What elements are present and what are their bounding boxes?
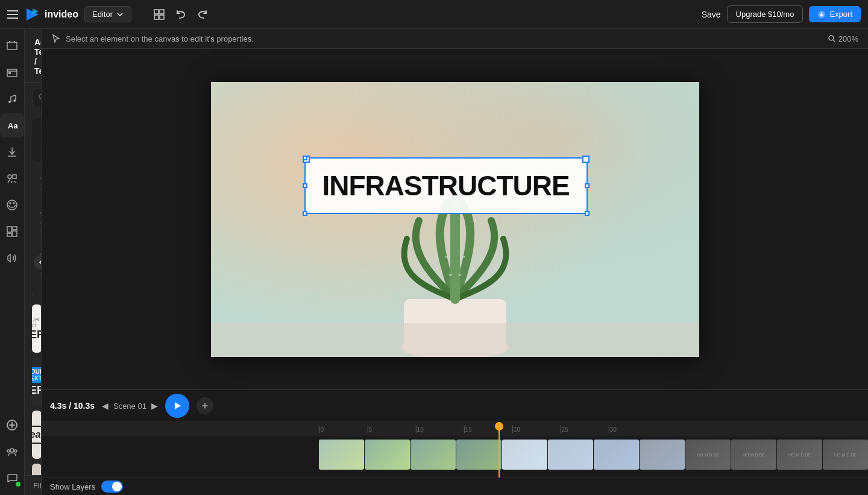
clip-gray-2[interactable]: HO M D DE bbox=[731, 440, 776, 470]
sidebar-item-elements[interactable] bbox=[0, 166, 24, 191]
template-item-5[interactable]: Yeah! bbox=[32, 411, 41, 459]
dashboard-icon bbox=[6, 225, 18, 238]
redo-button[interactable] bbox=[194, 6, 211, 23]
editor-label: Editor bbox=[92, 10, 113, 19]
filters-label: Filters bbox=[33, 481, 42, 490]
clip-4[interactable] bbox=[456, 440, 502, 470]
export-button[interactable]: Export bbox=[809, 6, 861, 22]
handle-mr[interactable] bbox=[585, 183, 590, 188]
sidebar-item-reactions[interactable] bbox=[0, 193, 24, 217]
undo-button[interactable] bbox=[172, 6, 189, 23]
canvas-background bbox=[211, 82, 699, 357]
ruler-mark-0: |0 bbox=[319, 426, 367, 433]
sidebar-item-media[interactable] bbox=[0, 60, 24, 84]
panel-title: Add Text / Textbox bbox=[34, 37, 42, 76]
clip-8[interactable] bbox=[640, 440, 685, 470]
ruler-mark-20: |20 bbox=[512, 426, 560, 433]
cursor-icon bbox=[51, 34, 61, 43]
logo-text: invideo bbox=[45, 9, 78, 20]
topbar-left: invideo Editor bbox=[7, 6, 131, 23]
background-svg bbox=[211, 82, 699, 357]
svg-point-33 bbox=[445, 256, 447, 257]
clip-6[interactable] bbox=[548, 440, 593, 470]
clip-5[interactable] bbox=[502, 440, 547, 470]
zoom-level: 200% bbox=[828, 34, 858, 43]
handle-bl[interactable] bbox=[303, 211, 307, 216]
template-grid: YOUR TEXT HERE YOU CAN DO THIS YOUR TEXT… bbox=[25, 300, 41, 475]
template-item-1[interactable]: YOUR TEXT HERE bbox=[32, 304, 41, 353]
tpl5-text: Yeah! bbox=[32, 426, 41, 444]
add-clip-icon bbox=[201, 402, 209, 409]
canvas-text-content[interactable]: INFRASTRUCTURE bbox=[322, 169, 570, 202]
sidebar-item-text[interactable]: Aa bbox=[0, 113, 24, 137]
scene-nav: ◀ Scene 01 ▶ bbox=[102, 401, 158, 411]
sidebar-item-add[interactable] bbox=[0, 413, 24, 437]
panel-header: Add Text / Textbox bbox=[25, 29, 42, 83]
chat-icon bbox=[6, 472, 18, 484]
time-current: 4.3s bbox=[50, 401, 66, 411]
svg-point-9 bbox=[9, 72, 11, 74]
clip-gray-text-4: HO M D DE bbox=[834, 453, 857, 457]
tpl1-text: YOUR TEXT HERE bbox=[32, 312, 41, 346]
clip-gray-3[interactable]: HO M D DE bbox=[777, 440, 822, 470]
handle-ml[interactable] bbox=[303, 183, 307, 188]
tpl1-bottom: HERE bbox=[32, 329, 41, 341]
show-layers-toggle[interactable] bbox=[101, 481, 123, 493]
icon-sidebar: Aa bbox=[0, 29, 25, 495]
scene-prev-button[interactable]: ◀ bbox=[102, 401, 108, 411]
scene-label: Scene 01 bbox=[113, 402, 146, 411]
menu-icon[interactable] bbox=[7, 10, 18, 19]
add-icon bbox=[6, 419, 18, 431]
upgrade-button[interactable]: Upgrade $10/mo bbox=[727, 5, 804, 23]
template-item-7[interactable]: whatever you doit will bbox=[32, 464, 41, 475]
sidebar-item-music[interactable] bbox=[0, 87, 24, 111]
play-button[interactable] bbox=[165, 394, 189, 418]
zoom-icon bbox=[828, 34, 836, 43]
clip-1[interactable] bbox=[319, 440, 364, 470]
panel-divider bbox=[32, 294, 34, 295]
svg-rect-3 bbox=[160, 10, 164, 14]
teams-icon bbox=[6, 446, 18, 458]
add-clip-button[interactable] bbox=[197, 397, 213, 414]
sidebar-item-download[interactable] bbox=[0, 140, 24, 164]
svg-rect-7 bbox=[7, 42, 17, 49]
svg-rect-38 bbox=[211, 323, 699, 357]
svg-rect-14 bbox=[13, 175, 16, 178]
editor-dropdown[interactable]: Editor bbox=[84, 6, 131, 22]
save-button[interactable]: Save bbox=[702, 10, 721, 19]
svg-rect-19 bbox=[13, 227, 17, 230]
clip-7[interactable] bbox=[594, 440, 639, 470]
handle-tr[interactable] bbox=[585, 156, 590, 160]
add-heading-option[interactable]: Add a heading + bbox=[32, 118, 42, 162]
add-subheading-option[interactable]: Add a subheading + bbox=[32, 164, 42, 199]
clip-gray-4[interactable]: HO M D DE bbox=[823, 440, 868, 470]
handle-br[interactable] bbox=[585, 211, 590, 216]
svg-point-35 bbox=[463, 256, 465, 257]
clip-gray-text-2: HO M D DE bbox=[743, 453, 765, 457]
reactions-icon bbox=[6, 199, 18, 211]
video-track-row: HO M D DE HO M D DE HO M D DE HO M D DE bbox=[42, 437, 868, 473]
template-item-3[interactable]: YOUR TEXT HERE bbox=[32, 358, 41, 406]
sidebar-item-dashboard[interactable] bbox=[0, 219, 24, 244]
svg-marker-39 bbox=[175, 402, 181, 409]
grid-tool-button[interactable] bbox=[151, 6, 168, 23]
clip-3[interactable] bbox=[410, 440, 456, 470]
canvas-timeline-area: Select an element on the canvas to edit … bbox=[42, 29, 868, 495]
clip-2[interactable] bbox=[365, 440, 410, 470]
play-icon bbox=[172, 401, 182, 411]
sidebar-item-scenes[interactable] bbox=[0, 34, 24, 58]
canvas-text-element[interactable]: INFRASTRUCTURE bbox=[304, 157, 588, 214]
sidebar-item-teams[interactable] bbox=[0, 440, 24, 464]
show-layers-bar: Show Layers bbox=[42, 478, 868, 495]
svg-rect-20 bbox=[7, 233, 11, 236]
sidebar-item-audio[interactable] bbox=[0, 246, 24, 270]
timeline-ruler: |0 |5 |10 |15 |20 |25 |30 bbox=[42, 422, 868, 437]
handle-tl[interactable] bbox=[303, 156, 307, 160]
canvas-viewport[interactable]: INFRASTRUCTURE bbox=[42, 49, 868, 389]
add-body-option[interactable]: Add a little bit of body text bbox=[32, 201, 42, 285]
clip-gray-1[interactable]: HO M D DE bbox=[685, 440, 731, 470]
topbar-tools bbox=[151, 6, 211, 23]
svg-rect-4 bbox=[154, 15, 159, 19]
sidebar-item-chat[interactable] bbox=[0, 466, 24, 490]
scene-next-button[interactable]: ▶ bbox=[151, 401, 158, 411]
